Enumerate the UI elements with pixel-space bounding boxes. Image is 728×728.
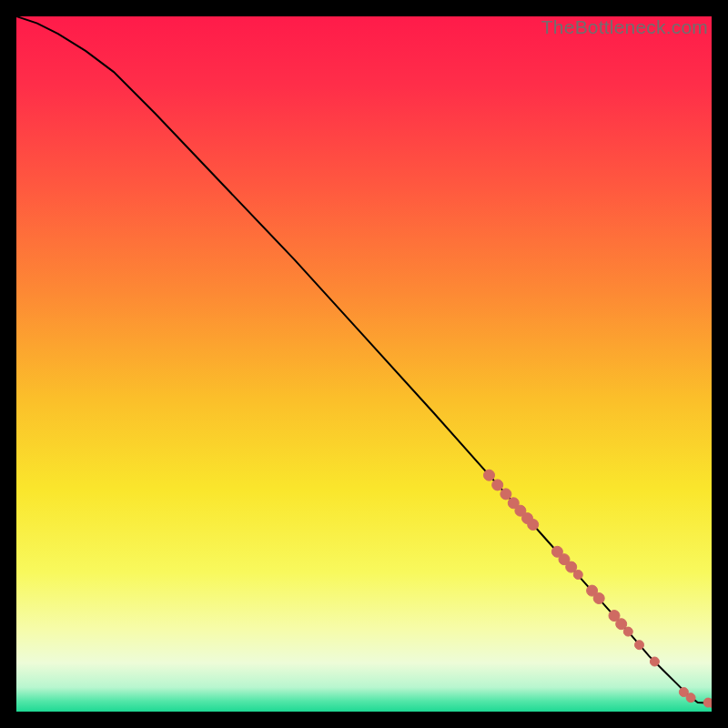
data-point <box>573 571 582 580</box>
data-point <box>528 520 539 531</box>
data-point <box>635 641 644 650</box>
data-point <box>593 593 604 604</box>
chart-frame: TheBottleneck.com <box>16 16 712 712</box>
data-point <box>492 480 503 490</box>
data-point <box>500 489 511 500</box>
data-point <box>623 627 632 636</box>
bottleneck-chart <box>16 16 712 712</box>
data-point <box>686 693 695 703</box>
data-point <box>650 657 659 666</box>
watermark-text: TheBottleneck.com <box>541 16 708 38</box>
data-point <box>484 470 495 480</box>
